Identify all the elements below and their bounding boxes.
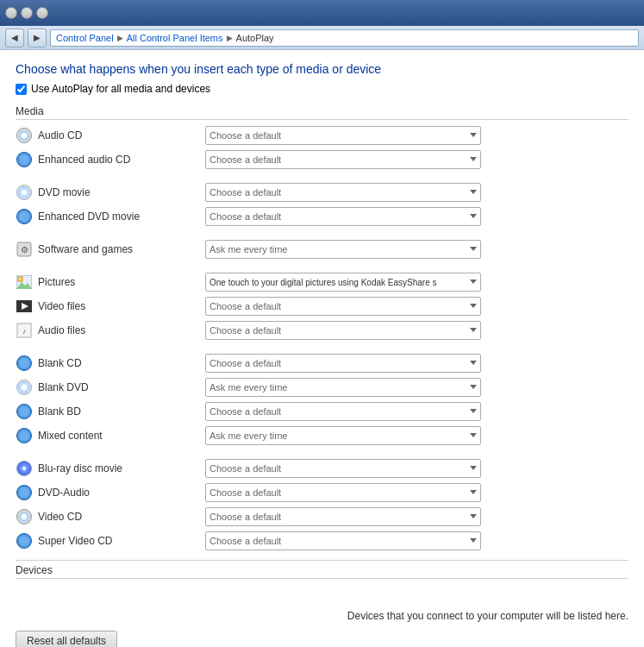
list-item: Blank DVD Ask me every time Choose a def…: [16, 377, 628, 398]
dvd-audio-label: DVD-Audio: [38, 487, 90, 499]
forward-button[interactable]: ▶: [28, 28, 47, 47]
list-item: Enhanced audio CD Choose a default Ask m…: [16, 149, 628, 170]
audio-cd-select[interactable]: Choose a default Ask me every time Take …: [205, 126, 481, 145]
super-video-cd-select[interactable]: Choose a default Ask me every time: [205, 531, 481, 550]
blank-dvd-icon: [16, 379, 33, 396]
list-item: Pictures One touch to your digital pictu…: [16, 272, 628, 292]
software-games-icon: ⚙: [16, 241, 33, 258]
enhanced-audio-cd-icon: [16, 151, 33, 168]
enhanced-dvd-movie-label: Enhanced DVD movie: [38, 210, 140, 223]
video-cd-icon: [16, 508, 33, 525]
devices-section: Devices Devices that you connect to your…: [16, 560, 628, 647]
minimize-button[interactable]: [5, 7, 17, 19]
audio-files-select[interactable]: Choose a default Ask me every time: [205, 321, 481, 340]
svg-rect-3: [18, 277, 22, 281]
audio-files-label: Audio files: [38, 324, 85, 336]
video-files-label: Video files: [38, 300, 85, 312]
enhanced-audio-cd-select[interactable]: Choose a default Ask me every time: [205, 150, 481, 169]
blank-dvd-select[interactable]: Ask me every time Choose a default: [205, 378, 481, 397]
bluray-disc-movie-select[interactable]: Choose a default Ask me every time: [205, 459, 481, 478]
page-title: Choose what happens when you insert each…: [16, 62, 628, 76]
breadcrumb: Control Panel ▶ All Control Panel Items …: [50, 29, 639, 47]
enhanced-audio-cd-label: Enhanced audio CD: [38, 154, 130, 166]
software-games-label: Software and games: [38, 243, 133, 255]
autoplay-checkbox-label: Use AutoPlay for all media and devices: [31, 83, 210, 95]
list-item: Video files Choose a default Ask me ever…: [16, 296, 628, 317]
dvd-audio-icon: [16, 484, 33, 501]
list-item: Blank BD Choose a default Ask me every t…: [16, 401, 628, 422]
pictures-select[interactable]: One touch to your digital pictures using…: [205, 273, 481, 292]
blank-cd-icon: [16, 355, 33, 372]
list-item: Mixed content Ask me every time Choose a…: [16, 425, 628, 446]
dvd-movie-label: DVD movie: [38, 186, 91, 198]
video-cd-label: Video CD: [38, 511, 82, 523]
enhanced-dvd-movie-select[interactable]: Choose a default Ask me every time: [205, 207, 481, 226]
breadcrumb-autoplay: AutoPlay: [236, 33, 274, 43]
autoplay-checkbox[interactable]: [16, 84, 27, 95]
list-item: Enhanced DVD movie Choose a default Ask …: [16, 206, 628, 227]
list-item: Blank CD Choose a default Ask me every t…: [16, 353, 628, 374]
software-games-select[interactable]: Ask me every time Choose a default: [205, 240, 481, 259]
list-item: Audio CD Choose a default Ask me every t…: [16, 125, 628, 146]
breadcrumb-all-items[interactable]: All Control Panel Items: [127, 33, 223, 43]
audio-cd-icon: [16, 127, 33, 144]
dvd-movie-select[interactable]: Choose a default Ask me every time: [205, 183, 481, 202]
svg-text:⚙: ⚙: [21, 245, 28, 254]
video-files-select[interactable]: Choose a default Ask me every time: [205, 297, 481, 316]
dvd-audio-select[interactable]: Choose a default Ask me every time: [205, 483, 481, 502]
blank-bd-label: Blank BD: [38, 405, 81, 418]
devices-section-header: Devices: [16, 564, 628, 579]
devices-message: Devices that you connect to your compute…: [16, 584, 628, 631]
pictures-icon: [16, 273, 33, 291]
autoplay-checkbox-row: Use AutoPlay for all media and devices: [16, 83, 628, 95]
maximize-button[interactable]: [21, 7, 33, 19]
list-item: DVD movie Choose a default Ask me every …: [16, 182, 628, 203]
blank-dvd-label: Blank DVD: [38, 381, 89, 393]
close-button[interactable]: [36, 7, 48, 19]
reset-all-defaults-button[interactable]: Reset all defaults: [16, 631, 117, 647]
svg-text:♪: ♪: [22, 327, 27, 336]
audio-files-icon: ♪: [16, 322, 33, 339]
main-content: Choose what happens when you insert each…: [0, 50, 644, 647]
mixed-content-icon: [16, 427, 33, 444]
list-item: ⚙ Software and games Ask me every time C…: [16, 239, 628, 260]
video-files-icon: [16, 298, 33, 315]
mixed-content-select[interactable]: Ask me every time Choose a default: [205, 426, 481, 445]
blank-bd-icon: [16, 403, 33, 420]
address-bar: ◀ ▶ Control Panel ▶ All Control Panel It…: [0, 26, 644, 50]
back-button[interactable]: ◀: [5, 28, 24, 47]
pictures-label: Pictures: [38, 276, 75, 288]
blank-bd-select[interactable]: Choose a default Ask me every time: [205, 402, 481, 421]
breadcrumb-control-panel[interactable]: Control Panel: [56, 33, 114, 43]
media-section-header: Media: [16, 105, 628, 120]
list-item: ♪ Audio files Choose a default Ask me ev…: [16, 320, 628, 341]
list-item: Blu-ray disc movie Choose a default Ask …: [16, 458, 628, 479]
bluray-disc-movie-icon: [16, 460, 33, 477]
audio-cd-label: Audio CD: [38, 129, 82, 141]
title-bar: [0, 0, 644, 26]
bluray-disc-movie-label: Blu-ray disc movie: [38, 462, 122, 474]
blank-cd-label: Blank CD: [38, 357, 82, 369]
video-cd-select[interactable]: Choose a default Ask me every time: [205, 507, 481, 526]
list-item: Super Video CD Choose a default Ask me e…: [16, 531, 628, 551]
super-video-cd-label: Super Video CD: [38, 535, 113, 547]
mixed-content-label: Mixed content: [38, 430, 103, 442]
dvd-movie-icon: [16, 184, 33, 201]
list-item: DVD-Audio Choose a default Ask me every …: [16, 482, 628, 503]
blank-cd-select[interactable]: Choose a default Ask me every time: [205, 354, 481, 373]
enhanced-dvd-movie-icon: [16, 208, 33, 225]
super-video-cd-icon: [16, 532, 33, 550]
list-item: Video CD Choose a default Ask me every t…: [16, 506, 628, 527]
